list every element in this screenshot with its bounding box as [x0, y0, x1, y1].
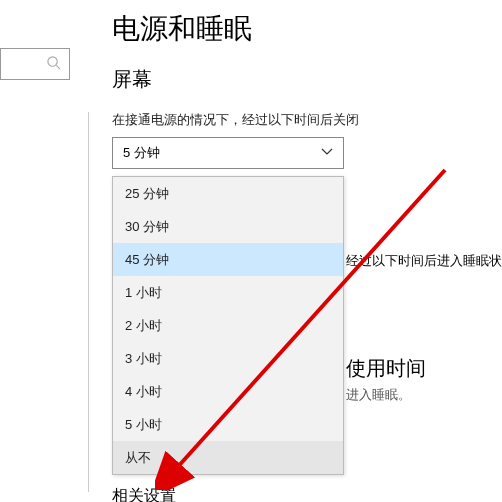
timeout-dropdown[interactable]: 25 分钟30 分钟45 分钟1 小时2 小时3 小时4 小时5 小时从不: [112, 176, 344, 475]
dropdown-item-2[interactable]: 45 分钟: [113, 243, 343, 276]
dropdown-item-4[interactable]: 2 小时: [113, 309, 343, 342]
dropdown-item-3[interactable]: 1 小时: [113, 276, 343, 309]
search-icon: [46, 55, 61, 74]
dropdown-item-1[interactable]: 30 分钟: [113, 210, 343, 243]
svg-line-1: [56, 65, 60, 69]
screen-plugged-desc: 在接通电源的情况下，经过以下时间后关闭: [112, 111, 502, 129]
dropdown-item-8[interactable]: 从不: [113, 441, 343, 474]
dropdown-item-0[interactable]: 25 分钟: [113, 177, 343, 210]
dropdown-item-5[interactable]: 3 小时: [113, 342, 343, 375]
page-title: 电源和睡眠: [112, 10, 502, 48]
sleep-plugged-desc: 经过以下时间后进入睡眠状态: [346, 252, 502, 270]
svg-point-0: [48, 56, 57, 65]
screen-timeout-select[interactable]: 5 分钟: [112, 137, 344, 169]
usage-heading: 使用时间: [346, 355, 426, 382]
dropdown-item-6[interactable]: 4 小时: [113, 375, 343, 408]
search-input[interactable]: [0, 48, 70, 80]
nav-divider: [88, 112, 89, 492]
dropdown-item-7[interactable]: 5 小时: [113, 408, 343, 441]
usage-desc: 进入睡眠。: [346, 386, 411, 404]
chevron-down-icon: [321, 146, 333, 161]
related-heading: 相关设置: [112, 486, 176, 502]
screen-timeout-value: 5 分钟: [123, 144, 160, 162]
section-screen-heading: 屏幕: [112, 66, 502, 93]
